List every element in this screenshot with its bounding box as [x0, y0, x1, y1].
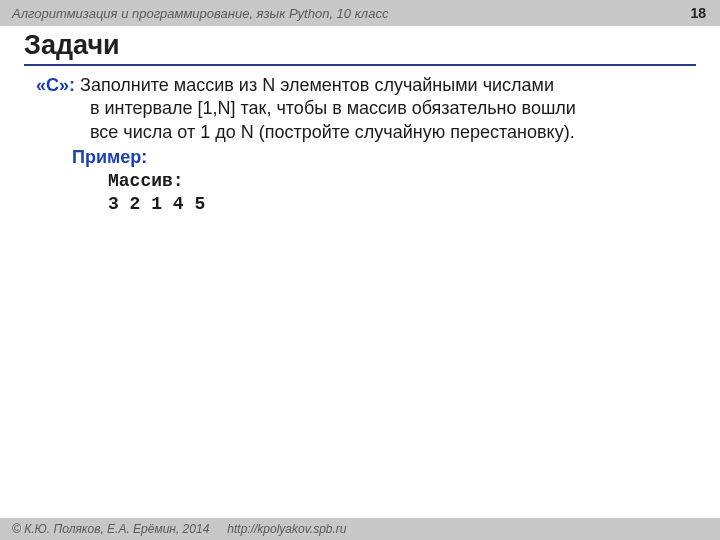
example-colon: :: [141, 147, 147, 167]
task-line-1: «С»: Заполните массив из N элементов слу…: [90, 74, 690, 97]
example-heading: Массив:: [108, 170, 690, 193]
task-text-1: Заполните массив из N элементов случайны…: [80, 75, 554, 95]
footer-bar: © К.Ю. Поляков, Е.А. Ерёмин, 2014 http:/…: [0, 518, 720, 540]
footer-url: http://kpolyakov.spb.ru: [227, 522, 346, 536]
task-label: «С»:: [36, 75, 75, 95]
slide-title: Задачи: [24, 30, 696, 63]
slide: Алгоритмизация и программирование, язык …: [0, 0, 720, 540]
footer-authors: © К.Ю. Поляков, Е.А. Ерёмин, 2014: [12, 522, 209, 536]
example-label-text: Пример: [72, 147, 141, 167]
title-block: Задачи: [24, 30, 696, 66]
example-output: 3 2 1 4 5: [108, 193, 690, 216]
task-text-2: в интервале [1,N] так, чтобы в массив об…: [90, 97, 690, 120]
example-label: Пример:: [72, 146, 690, 169]
content: «С»: Заполните массив из N элементов слу…: [36, 74, 690, 216]
header-bar: Алгоритмизация и программирование, язык …: [0, 0, 720, 26]
task-text-3: все числа от 1 до N (постройте случайную…: [90, 121, 690, 144]
page-number: 18: [690, 5, 706, 21]
title-rule: [24, 64, 696, 66]
course-label: Алгоритмизация и программирование, язык …: [12, 6, 690, 21]
